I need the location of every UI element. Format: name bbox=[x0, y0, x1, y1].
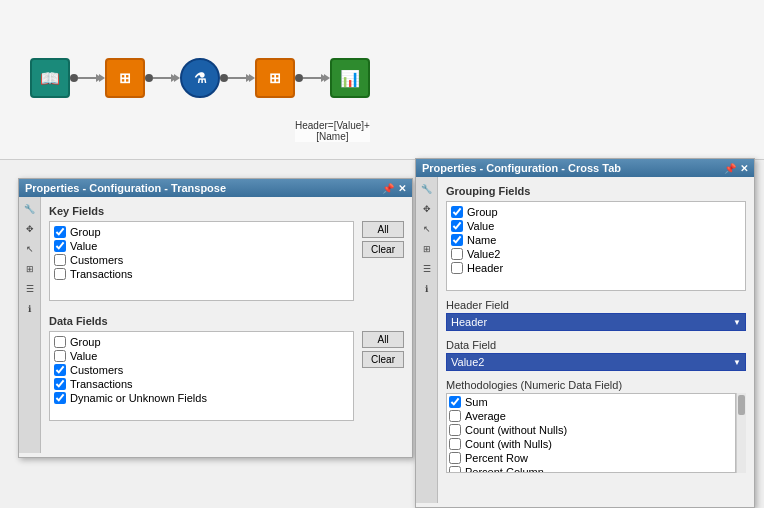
crosstab-close-icon[interactable]: ✕ bbox=[740, 163, 748, 174]
method-average[interactable]: Average bbox=[449, 410, 733, 422]
data-field-transactions[interactable]: Transactions bbox=[54, 378, 349, 390]
grouping-field-value2[interactable]: Value2 bbox=[451, 248, 741, 260]
pin-icon[interactable]: 📌 bbox=[382, 183, 394, 194]
key-field-group[interactable]: Group bbox=[54, 226, 349, 238]
key-field-customers-checkbox[interactable] bbox=[54, 254, 66, 266]
grouping-field-group-checkbox[interactable] bbox=[451, 206, 463, 218]
list-icon[interactable]: ☰ bbox=[22, 281, 38, 297]
data-fields-clear-button[interactable]: Clear bbox=[362, 351, 404, 368]
header-field-dropdown[interactable]: Header ▼ bbox=[446, 313, 746, 331]
node-1[interactable]: 📖 bbox=[30, 58, 70, 98]
grouping-field-value-label: Value bbox=[467, 220, 494, 232]
grouping-field-value[interactable]: Value bbox=[451, 220, 741, 232]
data-fields-list: Group Value Customers Transactions bbox=[49, 331, 354, 421]
grouping-field-name[interactable]: Name bbox=[451, 234, 741, 246]
panel-transpose-left-bar: 🔧 ✥ ↖ ⊞ ☰ ℹ bbox=[19, 197, 41, 453]
close-icon[interactable]: ✕ bbox=[398, 183, 406, 194]
key-field-customers[interactable]: Customers bbox=[54, 254, 349, 266]
crosstab-wrench-icon[interactable]: 🔧 bbox=[419, 181, 435, 197]
header-field-arrow-icon: ▼ bbox=[733, 318, 741, 327]
crosstab-move-icon[interactable]: ✥ bbox=[419, 201, 435, 217]
data-field-dynamic-label: Dynamic or Unknown Fields bbox=[70, 392, 207, 404]
data-field-arrow-icon: ▼ bbox=[733, 358, 741, 367]
crosstab-info-icon[interactable]: ℹ bbox=[419, 281, 435, 297]
key-field-transactions-checkbox[interactable] bbox=[54, 268, 66, 280]
workflow-row: 📖 ⊞ ⚗ bbox=[30, 58, 370, 98]
key-field-transactions[interactable]: Transactions bbox=[54, 268, 349, 280]
header-field-value: Header bbox=[451, 316, 487, 328]
connector-4 bbox=[295, 74, 330, 82]
data-field-group-checkbox[interactable] bbox=[54, 336, 66, 348]
key-field-value-label: Value bbox=[70, 240, 97, 252]
table-icon[interactable]: ⊞ bbox=[22, 261, 38, 277]
node-4[interactable]: ⊞ bbox=[255, 58, 295, 98]
node-5[interactable]: 📊 bbox=[330, 58, 370, 98]
data-field-customers-checkbox[interactable] bbox=[54, 364, 66, 376]
panel-transpose-content: Key Fields Group Value Custo bbox=[41, 197, 412, 453]
data-field-value[interactable]: Value bbox=[54, 350, 349, 362]
key-field-value[interactable]: Value bbox=[54, 240, 349, 252]
data-field-dynamic[interactable]: Dynamic or Unknown Fields bbox=[54, 392, 349, 404]
grouping-field-value2-checkbox[interactable] bbox=[451, 248, 463, 260]
methodologies-scrollbar[interactable] bbox=[736, 393, 746, 473]
scrollbar-thumb bbox=[738, 395, 745, 415]
method-count-with-nulls[interactable]: Count (with Nulls) bbox=[449, 438, 733, 450]
crosstab-list-icon[interactable]: ☰ bbox=[419, 261, 435, 277]
grouping-field-header-checkbox[interactable] bbox=[451, 262, 463, 274]
key-fields-list: Group Value Customers Transactions bbox=[49, 221, 354, 301]
method-percent-row[interactable]: Percent Row bbox=[449, 452, 733, 464]
method-average-checkbox[interactable] bbox=[449, 410, 461, 422]
data-field-transactions-checkbox[interactable] bbox=[54, 378, 66, 390]
node-3-icon: ⚗ bbox=[194, 70, 207, 86]
grouping-field-name-label: Name bbox=[467, 234, 496, 246]
method-percent-row-checkbox[interactable] bbox=[449, 452, 461, 464]
key-fields-all-button[interactable]: All bbox=[362, 221, 404, 238]
node-3[interactable]: ⚗ bbox=[180, 58, 220, 98]
panel-transpose-header: Properties - Configuration - Transpose 📌… bbox=[19, 179, 412, 197]
data-field-customers-label: Customers bbox=[70, 364, 123, 376]
panel-crosstab-title: Properties - Configuration - Cross Tab bbox=[422, 162, 724, 174]
method-percent-column[interactable]: Percent Column bbox=[449, 466, 733, 473]
method-sum[interactable]: Sum bbox=[449, 396, 733, 408]
method-count-without-nulls-label: Count (without Nulls) bbox=[465, 424, 567, 436]
key-fields-row: Group Value Customers Transactions bbox=[49, 221, 404, 307]
crosstab-pin-icon[interactable]: 📌 bbox=[724, 163, 736, 174]
data-field-dropdown[interactable]: Value2 ▼ bbox=[446, 353, 746, 371]
key-fields-buttons: All Clear bbox=[362, 221, 404, 258]
grouping-field-group[interactable]: Group bbox=[451, 206, 741, 218]
methodologies-section: Methodologies (Numeric Data Field) Sum A… bbox=[446, 379, 746, 473]
node-2[interactable]: ⊞ bbox=[105, 58, 145, 98]
cursor-icon[interactable]: ↖ bbox=[22, 241, 38, 257]
data-fields-all-button[interactable]: All bbox=[362, 331, 404, 348]
data-field-customers[interactable]: Customers bbox=[54, 364, 349, 376]
node-segment-5: 📊 bbox=[330, 58, 370, 98]
key-fields-clear-button[interactable]: Clear bbox=[362, 241, 404, 258]
method-count-without-nulls-checkbox[interactable] bbox=[449, 424, 461, 436]
panel-crosstab-body: 🔧 ✥ ↖ ⊞ ☰ ℹ Grouping Fields Group Valu bbox=[416, 177, 754, 503]
key-field-group-checkbox[interactable] bbox=[54, 226, 66, 238]
data-field-label: Data Field bbox=[446, 339, 746, 351]
data-field-dynamic-checkbox[interactable] bbox=[54, 392, 66, 404]
panel-crosstab-left-bar: 🔧 ✥ ↖ ⊞ ☰ ℹ bbox=[416, 177, 438, 503]
workflow-annotation: Header=[Value]+ [Name] bbox=[295, 120, 370, 142]
grouping-field-header[interactable]: Header bbox=[451, 262, 741, 274]
grouping-field-name-checkbox[interactable] bbox=[451, 234, 463, 246]
data-field-group[interactable]: Group bbox=[54, 336, 349, 348]
connector-1 bbox=[70, 74, 105, 82]
method-count-with-nulls-checkbox[interactable] bbox=[449, 438, 461, 450]
wrench-icon[interactable]: 🔧 bbox=[22, 201, 38, 217]
methodologies-label: Methodologies (Numeric Data Field) bbox=[446, 379, 746, 391]
key-field-value-checkbox[interactable] bbox=[54, 240, 66, 252]
data-field-value-checkbox[interactable] bbox=[54, 350, 66, 362]
key-field-group-label: Group bbox=[70, 226, 101, 238]
move-icon[interactable]: ✥ bbox=[22, 221, 38, 237]
method-percent-column-checkbox[interactable] bbox=[449, 466, 461, 473]
crosstab-table-icon[interactable]: ⊞ bbox=[419, 241, 435, 257]
method-count-without-nulls[interactable]: Count (without Nulls) bbox=[449, 424, 733, 436]
grouping-field-value-checkbox[interactable] bbox=[451, 220, 463, 232]
node-1-icon: 📖 bbox=[40, 69, 60, 88]
node-segment-2: ⊞ bbox=[105, 58, 145, 98]
info-icon[interactable]: ℹ bbox=[22, 301, 38, 317]
crosstab-cursor-icon[interactable]: ↖ bbox=[419, 221, 435, 237]
method-sum-checkbox[interactable] bbox=[449, 396, 461, 408]
